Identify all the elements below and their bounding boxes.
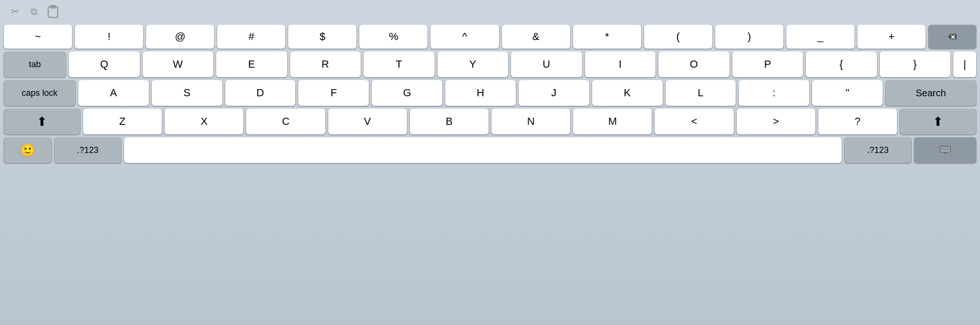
- bottom-row: 🙂 .?123 .?123: [4, 137, 976, 163]
- copy-icon[interactable]: ⧉: [27, 5, 41, 18]
- num-left-key[interactable]: .?123: [54, 137, 121, 163]
- key-s[interactable]: S: [152, 80, 222, 106]
- key-q[interactable]: Q: [69, 51, 140, 77]
- key-n[interactable]: N: [491, 109, 570, 134]
- key-y[interactable]: Y: [438, 51, 509, 77]
- key-t[interactable]: T: [364, 51, 435, 77]
- symbol-row: ~ ! @ # $ % ^ & * ( ) _ +: [4, 25, 976, 49]
- tab-key[interactable]: tab: [4, 51, 66, 77]
- hide-keyboard-key[interactable]: [914, 137, 976, 163]
- key-a[interactable]: A: [78, 80, 149, 106]
- key-x[interactable]: X: [165, 109, 243, 134]
- key-f[interactable]: F: [298, 80, 369, 106]
- key-pipe[interactable]: |: [953, 51, 976, 77]
- key-u[interactable]: U: [511, 51, 582, 77]
- key-percent[interactable]: %: [359, 25, 427, 49]
- key-dollar[interactable]: $: [288, 25, 356, 49]
- svg-rect-4: [940, 146, 950, 152]
- key-plus[interactable]: +: [857, 25, 926, 49]
- search-key[interactable]: Search: [886, 80, 976, 106]
- backspace-key[interactable]: [928, 25, 976, 49]
- shift-right-key[interactable]: ⬆: [900, 109, 976, 134]
- key-at[interactable]: @: [146, 25, 214, 49]
- key-o[interactable]: O: [658, 51, 730, 77]
- key-rparen[interactable]: ): [715, 25, 783, 49]
- qwerty-row: tab Q W E R T Y U I O P { } |: [4, 51, 976, 77]
- key-e[interactable]: E: [216, 51, 287, 77]
- key-k[interactable]: K: [592, 80, 663, 106]
- key-w[interactable]: W: [143, 51, 214, 77]
- key-dquote[interactable]: ": [812, 80, 883, 106]
- emoji-key[interactable]: 🙂: [4, 137, 52, 163]
- key-exclaim[interactable]: !: [75, 25, 143, 49]
- key-c[interactable]: C: [246, 109, 325, 134]
- key-z[interactable]: Z: [83, 109, 162, 134]
- cut-icon[interactable]: ✂: [8, 5, 22, 18]
- toolbar: ✂ ⧉: [0, 0, 980, 23]
- key-v[interactable]: V: [328, 109, 407, 134]
- num-right-key[interactable]: .?123: [844, 137, 911, 163]
- key-tilde[interactable]: ~: [4, 25, 72, 49]
- key-p[interactable]: P: [732, 51, 803, 77]
- key-b[interactable]: B: [410, 109, 489, 134]
- key-lt[interactable]: <: [655, 109, 733, 134]
- key-i[interactable]: I: [585, 51, 656, 77]
- key-d[interactable]: D: [225, 80, 296, 106]
- space-key[interactable]: [124, 137, 842, 163]
- key-lbrace[interactable]: {: [806, 51, 877, 77]
- key-rbrace[interactable]: }: [880, 51, 951, 77]
- key-underscore[interactable]: _: [786, 25, 855, 49]
- key-h[interactable]: H: [445, 80, 516, 106]
- key-question[interactable]: ?: [818, 109, 897, 134]
- key-ampersand[interactable]: &: [502, 25, 570, 49]
- key-m[interactable]: M: [573, 109, 652, 134]
- key-colon[interactable]: :: [739, 80, 809, 106]
- shift-left-key[interactable]: ⬆: [4, 109, 80, 134]
- key-gt[interactable]: >: [737, 109, 815, 134]
- caps-lock-key[interactable]: caps lock: [4, 80, 75, 106]
- key-j[interactable]: J: [519, 80, 589, 106]
- paste-icon[interactable]: [46, 5, 60, 18]
- key-l[interactable]: L: [666, 80, 736, 106]
- keyboard: ~ ! @ # $ % ^ & * ( ) _ + tab Q W E R T …: [0, 23, 980, 166]
- asdf-row: caps lock A S D F G H J K L : " Search: [4, 80, 976, 106]
- key-g[interactable]: G: [372, 80, 442, 106]
- key-r[interactable]: R: [290, 51, 361, 77]
- key-hash[interactable]: #: [217, 25, 285, 49]
- key-asterisk[interactable]: *: [573, 25, 641, 49]
- key-caret[interactable]: ^: [430, 25, 499, 49]
- key-lparen[interactable]: (: [644, 25, 712, 49]
- zxcv-row: ⬆ Z X C V B N M < > ? ⬆: [4, 109, 976, 134]
